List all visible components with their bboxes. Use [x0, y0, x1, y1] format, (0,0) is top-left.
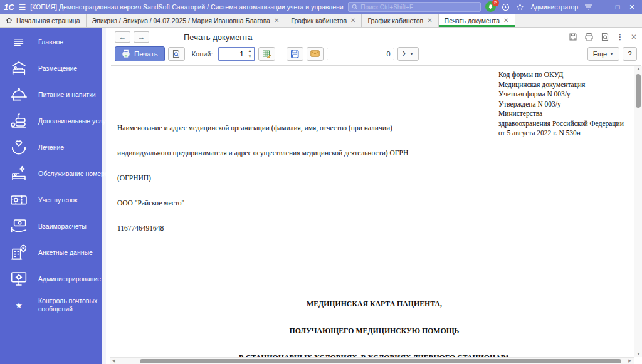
global-search-input[interactable]: Поиск Ctrl+Shift+F [348, 2, 480, 12]
sum-field[interactable] [327, 48, 394, 60]
sidebar-item-administrirovanie[interactable]: Администрирование [0, 266, 102, 292]
sidebar-item-label: Учет путевок [38, 196, 78, 204]
tab-grafik-1[interactable]: График кабинетов ✕ [285, 14, 362, 27]
close-tab-icon[interactable]: ✕ [427, 17, 432, 24]
sidebar: Главное Размещение Питание и напитки Доп… [0, 28, 102, 364]
favorites-star-icon[interactable] [515, 2, 525, 12]
sidebar-item-uchet-putevok[interactable]: Учет путевок [0, 187, 102, 213]
app-title: [КОПИЯ] Демонстрационная версия SandSoft… [30, 3, 344, 11]
sidebar-item-label: Обслуживание номеров [38, 170, 112, 178]
back-button[interactable]: ← [115, 31, 130, 43]
close-window-button[interactable]: ✕ [627, 4, 637, 11]
horizontal-scrollbar[interactable]: ◀ ▶ [110, 357, 634, 364]
sidebar-item-kontrol-pochty[interactable]: ★ Контроль почтовых сообщений [0, 292, 102, 318]
tab-label: Эпикриз / Эпикриз / 04.07.2025 / Мария И… [92, 17, 270, 24]
scroll-right-icon[interactable]: ▶ [626, 358, 634, 364]
maximize-button[interactable]: □ [613, 4, 623, 11]
service-menu-icon[interactable] [584, 2, 594, 12]
forward-button[interactable]: → [134, 31, 149, 43]
search-placeholder: Поиск Ctrl+Shift+F [360, 4, 413, 11]
sidebar-item-pitanie[interactable]: Питание и напитки [0, 81, 102, 108]
notifications-button[interactable]: 2 [485, 1, 497, 13]
horizontal-scroll-thumb[interactable] [140, 359, 621, 363]
star-icon: ★ [5, 301, 33, 310]
spreadsheet-document[interactable]: Код формы по ОКУД____________ Медицинска… [110, 66, 642, 364]
sidebar-item-label: Дополнительные услуги [38, 117, 112, 125]
sidebar-item-vzaimoraschety[interactable]: Взаиморасчеты [0, 213, 102, 239]
sidebar-item-label: Администрирование [38, 275, 101, 283]
history-icon[interactable] [501, 2, 511, 12]
building-pin-icon [5, 242, 33, 263]
scroll-left-icon[interactable]: ◀ [110, 358, 117, 364]
voucher-icon [5, 190, 33, 210]
close-tab-icon[interactable]: ✕ [274, 17, 279, 24]
payments-icon [5, 216, 33, 236]
current-user[interactable]: Администратор [530, 3, 578, 11]
menu-icon [5, 34, 33, 50]
sum-button[interactable]: Σ ▼ [397, 47, 419, 61]
copies-stepper[interactable]: ▲ ▼ [218, 47, 255, 61]
preview-icon[interactable] [601, 33, 609, 41]
vertical-scrollbar[interactable]: ▲ ▼ [634, 66, 642, 357]
copies-input[interactable] [219, 48, 246, 60]
sidebar-item-dop-uslugi[interactable]: Дополнительные услуги [0, 108, 102, 134]
more-options-icon[interactable]: ⋮ [616, 33, 624, 41]
search-icon [352, 4, 358, 10]
tab-home[interactable]: Начальная страница [0, 14, 87, 27]
toolbar: Печать Копий: ▲ ▼ [110, 44, 642, 65]
save-button[interactable] [287, 47, 303, 61]
home-icon [6, 17, 13, 24]
tab-epikriz[interactable]: Эпикриз / Эпикриз / 04.07.2025 / Мария И… [87, 14, 286, 27]
nav-row: ← → Печать документа ⋮ ✕ [110, 28, 642, 44]
help-button[interactable]: ? [623, 47, 637, 61]
sidebar-item-label: Анкетные данные [38, 249, 93, 257]
page-title: Печать документа [184, 33, 253, 42]
sidebar-item-label: Взаиморасчеты [38, 222, 87, 231]
chevron-down-icon: ▼ [609, 51, 614, 56]
window-titlebar: 1С ☰ [КОПИЯ] Демонстрационная версия San… [0, 0, 642, 14]
tab-label: Начальная страница [16, 17, 80, 24]
chevron-down-icon: ▼ [409, 51, 414, 56]
tab-label: График кабинетов [367, 17, 423, 24]
scroll-up-icon[interactable]: ▲ [634, 66, 642, 72]
sidebar-item-label: Лечение [38, 143, 64, 152]
services-icon [5, 111, 33, 131]
scroll-down-icon[interactable]: ▼ [634, 351, 642, 357]
sidebar-item-label: Контроль почтовых сообщений [38, 297, 100, 313]
print-settings-button[interactable] [258, 47, 275, 61]
sidebar-item-obsluzhivanie[interactable]: Обслуживание номеров [0, 160, 102, 187]
save-icon[interactable] [569, 33, 577, 41]
minimize-button[interactable]: – [598, 4, 608, 11]
printer-icon [122, 49, 130, 58]
print-button[interactable]: Печать [115, 46, 165, 61]
close-tab-icon[interactable]: ✕ [503, 17, 508, 24]
vertical-scroll-thumb[interactable] [636, 74, 641, 108]
document-content: Код формы по ОКУД____________ Медицинска… [117, 70, 634, 357]
sigma-icon: Σ [403, 49, 407, 58]
sidebar-item-glavnoe[interactable]: Главное [0, 29, 102, 55]
close-tab-icon[interactable]: ✕ [350, 17, 355, 24]
more-button[interactable]: Еще ▼ [587, 47, 619, 61]
sidebar-item-anketnye-dannye[interactable]: Анкетные данные [0, 239, 102, 266]
sidebar-item-label: Питание и напитки [38, 91, 96, 99]
close-pane-icon[interactable]: ✕ [631, 33, 637, 41]
more-button-label: Еще [593, 50, 607, 58]
tab-print-document[interactable]: Печать документа ✕ [439, 14, 515, 27]
spin-down-icon[interactable]: ▼ [246, 54, 254, 60]
main-menu-icon[interactable]: ☰ [19, 3, 26, 11]
sidebar-item-label: Главное [38, 38, 63, 46]
sidebar-item-label: Размещение [38, 65, 77, 73]
1c-logo: 1С [4, 3, 14, 12]
sidebar-item-lechenie[interactable]: Лечение [0, 134, 102, 160]
care-hands-icon [5, 137, 33, 157]
print-document-pane: ← → Печать документа ⋮ ✕ [106, 28, 642, 364]
preview-button[interactable] [168, 47, 185, 61]
tab-grafik-2[interactable]: График кабинетов ✕ [362, 14, 438, 27]
card-title: МЕДИЦИНСКАЯ КАРТА ПАЦИЕНТА, ПОЛУЧАЮЩЕГО … [117, 283, 631, 357]
print-icon[interactable] [584, 33, 594, 41]
spin-up-icon[interactable]: ▲ [246, 48, 254, 54]
copies-label: Копий: [192, 50, 213, 58]
print-button-label: Печать [134, 50, 158, 58]
send-email-button[interactable] [307, 47, 324, 61]
sidebar-item-razmeshchenie[interactable]: Размещение [0, 55, 102, 81]
